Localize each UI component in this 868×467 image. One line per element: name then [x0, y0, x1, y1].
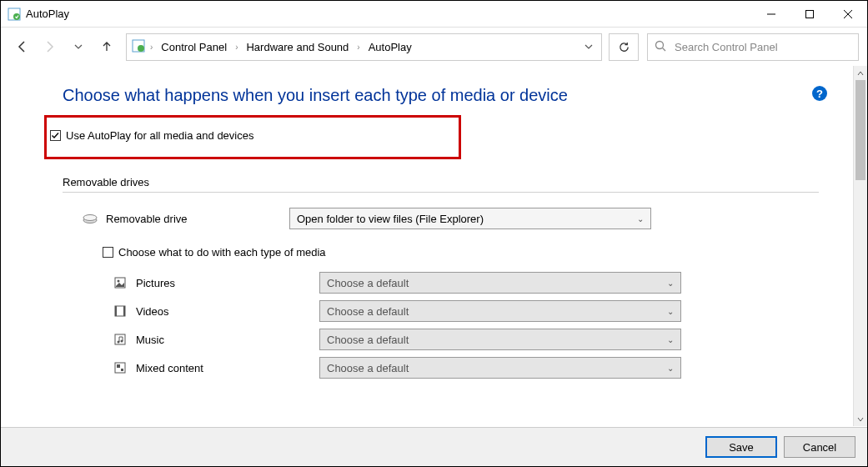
- svg-line-9: [663, 48, 666, 51]
- breadcrumb-autoplay[interactable]: AutoPlay: [365, 39, 415, 55]
- scroll-down-button[interactable]: [854, 412, 867, 426]
- dropdown-value: Open folder to view files (File Explorer…: [297, 213, 484, 225]
- pictures-label: Pictures: [136, 277, 319, 289]
- use-autoplay-checkbox-row[interactable]: Use AutoPlay for all media and devices: [48, 126, 452, 145]
- mixed-content-label: Mixed content: [136, 362, 319, 374]
- svg-point-19: [121, 340, 123, 343]
- navigation-bar: › Control Panel › Hardware and Sound › A…: [1, 28, 867, 66]
- svg-rect-17: [115, 334, 125, 344]
- choose-each-type-label: Choose what to do with each type of medi…: [118, 246, 326, 259]
- chevron-right-icon[interactable]: ›: [357, 43, 359, 52]
- svg-point-8: [656, 41, 664, 48]
- chevron-down-icon: ⌄: [637, 214, 644, 223]
- mixed-content-row: Mixed content Choose a default ⌄: [113, 354, 852, 382]
- removable-drive-icon: [83, 211, 98, 226]
- svg-rect-21: [117, 364, 120, 368]
- videos-dropdown[interactable]: Choose a default ⌄: [319, 300, 681, 322]
- address-dropdown-button[interactable]: [581, 38, 596, 57]
- back-button[interactable]: [9, 34, 34, 59]
- content-area: ? Choose what happens when you insert ea…: [1, 66, 852, 426]
- title-bar: AutoPlay: [1, 1, 867, 28]
- help-icon[interactable]: ?: [812, 86, 827, 101]
- close-button[interactable]: [829, 1, 867, 28]
- svg-point-7: [138, 45, 144, 52]
- music-row: Music Choose a default ⌄: [113, 325, 852, 354]
- mixed-content-icon: [113, 360, 128, 375]
- use-autoplay-checkbox[interactable]: [50, 130, 61, 141]
- chevron-down-icon: ⌄: [667, 335, 674, 344]
- videos-icon: [113, 304, 128, 319]
- scroll-up-button[interactable]: [854, 66, 867, 80]
- videos-row: Videos Choose a default ⌄: [113, 297, 852, 325]
- chevron-down-icon: ⌄: [667, 307, 674, 316]
- svg-point-1: [13, 13, 20, 20]
- autoplay-app-icon: [8, 8, 21, 21]
- cancel-button-label: Cancel: [803, 441, 836, 454]
- chevron-down-icon: ⌄: [667, 279, 674, 288]
- svg-rect-16: [123, 306, 125, 316]
- location-icon: [132, 39, 145, 55]
- svg-point-18: [118, 341, 120, 344]
- recent-locations-button[interactable]: [66, 34, 91, 59]
- media-type-list: Pictures Choose a default ⌄ Videos Choos…: [113, 269, 852, 382]
- breadcrumb-hardware-sound[interactable]: Hardware and Sound: [243, 39, 352, 55]
- highlight-annotation: Use AutoPlay for all media and devices: [44, 115, 461, 159]
- dropdown-value: Choose a default: [327, 277, 409, 289]
- removable-drive-dropdown[interactable]: Open folder to view files (File Explorer…: [289, 208, 651, 229]
- breadcrumb-control-panel[interactable]: Control Panel: [158, 39, 230, 55]
- window-title: AutoPlay: [26, 8, 69, 20]
- cancel-button[interactable]: Cancel: [784, 436, 855, 458]
- dropdown-value: Choose a default: [327, 362, 409, 374]
- up-button[interactable]: [94, 34, 119, 59]
- section-divider: [63, 192, 819, 193]
- pictures-icon: [113, 275, 128, 290]
- music-icon: [113, 332, 128, 347]
- refresh-button[interactable]: [609, 33, 639, 61]
- forward-button[interactable]: [38, 34, 63, 59]
- svg-point-11: [83, 215, 97, 221]
- removable-drives-header: Removable drives: [63, 176, 852, 188]
- vertical-scrollbar[interactable]: [853, 66, 867, 426]
- scrollbar-thumb[interactable]: [855, 80, 865, 180]
- save-button-label: Save: [729, 441, 754, 454]
- choose-each-type-checkbox[interactable]: [103, 247, 113, 258]
- search-box[interactable]: [647, 33, 859, 61]
- button-bar: Save Cancel: [1, 427, 867, 466]
- svg-rect-22: [121, 369, 123, 371]
- maximize-button[interactable]: [790, 1, 829, 28]
- minimize-button[interactable]: [752, 1, 790, 28]
- chevron-down-icon: ⌄: [667, 364, 674, 373]
- save-button[interactable]: Save: [705, 436, 777, 458]
- removable-drive-label: Removable drive: [106, 213, 289, 225]
- pictures-row: Pictures Choose a default ⌄: [113, 269, 852, 297]
- window-controls: [752, 1, 867, 28]
- chevron-right-icon[interactable]: ›: [235, 43, 238, 52]
- music-label: Music: [136, 334, 319, 346]
- page-title: Choose what happens when you insert each…: [63, 86, 852, 105]
- search-icon: [655, 40, 666, 54]
- dropdown-value: Choose a default: [327, 334, 409, 346]
- choose-each-type-row[interactable]: Choose what to do with each type of medi…: [103, 246, 852, 259]
- removable-drive-row: Removable drive Open folder to view file…: [83, 204, 852, 233]
- svg-point-13: [118, 280, 120, 283]
- mixed-content-dropdown[interactable]: Choose a default ⌄: [319, 357, 681, 379]
- use-autoplay-label: Use AutoPlay for all media and devices: [66, 129, 253, 142]
- address-bar[interactable]: › Control Panel › Hardware and Sound › A…: [126, 33, 602, 61]
- dropdown-value: Choose a default: [327, 305, 409, 318]
- videos-label: Videos: [136, 305, 319, 318]
- chevron-right-icon[interactable]: ›: [150, 43, 153, 52]
- pictures-dropdown[interactable]: Choose a default ⌄: [319, 272, 681, 294]
- search-input[interactable]: [673, 40, 851, 54]
- svg-rect-15: [115, 306, 117, 316]
- svg-rect-3: [806, 10, 814, 18]
- music-dropdown[interactable]: Choose a default ⌄: [319, 329, 681, 350]
